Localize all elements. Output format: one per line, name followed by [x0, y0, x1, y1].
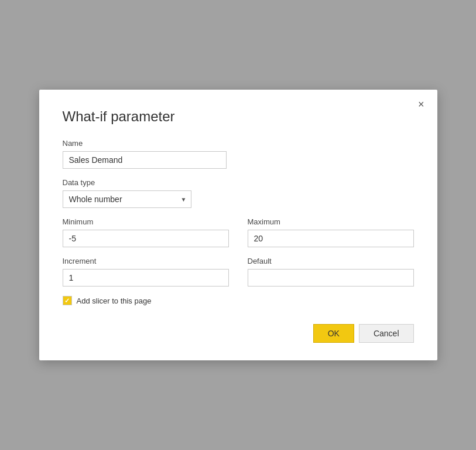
increment-default-row: Increment Default [63, 257, 414, 287]
minimum-input[interactable] [63, 230, 229, 247]
add-slicer-label: Add slicer to this page [77, 296, 152, 305]
dialog-title: What-if parameter [63, 108, 414, 125]
name-group: Name [63, 139, 414, 169]
data-type-select[interactable]: Whole number Decimal number Fixed decima… [63, 190, 191, 208]
min-max-row: Minimum Maximum [63, 217, 414, 247]
cancel-button[interactable]: Cancel [359, 324, 414, 343]
close-button[interactable]: × [415, 97, 428, 112]
minimum-group: Minimum [63, 217, 229, 247]
increment-label: Increment [63, 257, 229, 265]
data-type-label: Data type [63, 178, 414, 187]
name-label: Name [63, 139, 414, 148]
maximum-label: Maximum [248, 217, 414, 226]
data-type-group: Data type Whole number Decimal number Fi… [63, 178, 414, 208]
name-input[interactable] [63, 151, 227, 169]
checkmark-icon: ✓ [64, 298, 70, 304]
increment-group: Increment [63, 257, 229, 287]
default-label: Default [248, 257, 414, 265]
add-slicer-row[interactable]: ✓ Add slicer to this page [63, 296, 414, 305]
maximum-input[interactable] [248, 230, 414, 247]
dialog-overlay: × What-if parameter Name Data type Whole… [0, 0, 476, 450]
data-type-select-wrapper: Whole number Decimal number Fixed decima… [63, 190, 191, 208]
dialog-footer: OK Cancel [63, 324, 414, 343]
default-input[interactable] [248, 269, 414, 287]
increment-input[interactable] [63, 269, 229, 287]
maximum-group: Maximum [248, 217, 414, 247]
default-group: Default [248, 257, 414, 287]
minimum-label: Minimum [63, 217, 229, 226]
what-if-dialog: × What-if parameter Name Data type Whole… [39, 90, 437, 360]
add-slicer-checkbox[interactable]: ✓ [63, 296, 72, 305]
ok-button[interactable]: OK [313, 324, 354, 343]
